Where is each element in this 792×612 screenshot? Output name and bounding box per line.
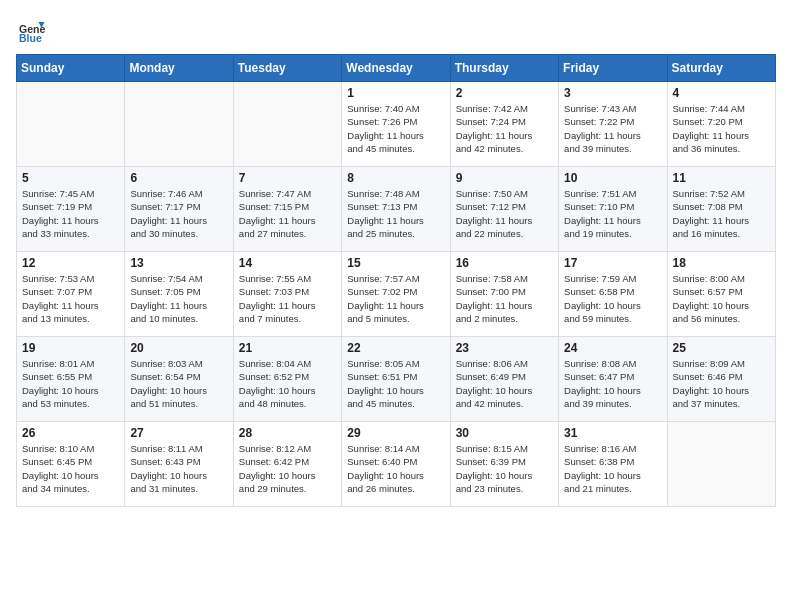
day-detail: Sunrise: 7:40 AM Sunset: 7:26 PM Dayligh… (347, 102, 444, 155)
day-detail: Sunrise: 8:09 AM Sunset: 6:46 PM Dayligh… (673, 357, 770, 410)
calendar-day-cell (125, 82, 233, 167)
day-detail: Sunrise: 8:06 AM Sunset: 6:49 PM Dayligh… (456, 357, 553, 410)
day-detail: Sunrise: 7:52 AM Sunset: 7:08 PM Dayligh… (673, 187, 770, 240)
day-number: 23 (456, 341, 553, 355)
calendar-day-cell: 1Sunrise: 7:40 AM Sunset: 7:26 PM Daylig… (342, 82, 450, 167)
calendar-table: SundayMondayTuesdayWednesdayThursdayFrid… (16, 54, 776, 507)
calendar-day-cell: 30Sunrise: 8:15 AM Sunset: 6:39 PM Dayli… (450, 422, 558, 507)
day-detail: Sunrise: 8:14 AM Sunset: 6:40 PM Dayligh… (347, 442, 444, 495)
day-number: 8 (347, 171, 444, 185)
day-number: 26 (22, 426, 119, 440)
calendar-day-cell: 9Sunrise: 7:50 AM Sunset: 7:12 PM Daylig… (450, 167, 558, 252)
day-detail: Sunrise: 7:57 AM Sunset: 7:02 PM Dayligh… (347, 272, 444, 325)
day-number: 30 (456, 426, 553, 440)
calendar-day-cell: 23Sunrise: 8:06 AM Sunset: 6:49 PM Dayli… (450, 337, 558, 422)
day-number: 10 (564, 171, 661, 185)
day-number: 27 (130, 426, 227, 440)
day-number: 15 (347, 256, 444, 270)
weekday-header-sunday: Sunday (17, 55, 125, 82)
day-detail: Sunrise: 7:51 AM Sunset: 7:10 PM Dayligh… (564, 187, 661, 240)
calendar-day-cell: 4Sunrise: 7:44 AM Sunset: 7:20 PM Daylig… (667, 82, 775, 167)
day-number: 13 (130, 256, 227, 270)
day-detail: Sunrise: 7:58 AM Sunset: 7:00 PM Dayligh… (456, 272, 553, 325)
calendar-day-cell: 21Sunrise: 8:04 AM Sunset: 6:52 PM Dayli… (233, 337, 341, 422)
day-detail: Sunrise: 8:10 AM Sunset: 6:45 PM Dayligh… (22, 442, 119, 495)
day-detail: Sunrise: 7:48 AM Sunset: 7:13 PM Dayligh… (347, 187, 444, 240)
day-detail: Sunrise: 7:47 AM Sunset: 7:15 PM Dayligh… (239, 187, 336, 240)
calendar-day-cell: 22Sunrise: 8:05 AM Sunset: 6:51 PM Dayli… (342, 337, 450, 422)
logo: General Blue (16, 16, 46, 46)
calendar-week-row: 26Sunrise: 8:10 AM Sunset: 6:45 PM Dayli… (17, 422, 776, 507)
day-detail: Sunrise: 7:53 AM Sunset: 7:07 PM Dayligh… (22, 272, 119, 325)
day-detail: Sunrise: 7:44 AM Sunset: 7:20 PM Dayligh… (673, 102, 770, 155)
calendar-day-cell: 11Sunrise: 7:52 AM Sunset: 7:08 PM Dayli… (667, 167, 775, 252)
day-detail: Sunrise: 7:46 AM Sunset: 7:17 PM Dayligh… (130, 187, 227, 240)
day-detail: Sunrise: 8:16 AM Sunset: 6:38 PM Dayligh… (564, 442, 661, 495)
day-detail: Sunrise: 8:11 AM Sunset: 6:43 PM Dayligh… (130, 442, 227, 495)
day-number: 6 (130, 171, 227, 185)
day-detail: Sunrise: 8:15 AM Sunset: 6:39 PM Dayligh… (456, 442, 553, 495)
calendar-day-cell: 12Sunrise: 7:53 AM Sunset: 7:07 PM Dayli… (17, 252, 125, 337)
day-number: 20 (130, 341, 227, 355)
calendar-day-cell: 7Sunrise: 7:47 AM Sunset: 7:15 PM Daylig… (233, 167, 341, 252)
calendar-day-cell: 14Sunrise: 7:55 AM Sunset: 7:03 PM Dayli… (233, 252, 341, 337)
weekday-header-tuesday: Tuesday (233, 55, 341, 82)
weekday-header-friday: Friday (559, 55, 667, 82)
day-number: 21 (239, 341, 336, 355)
day-detail: Sunrise: 7:55 AM Sunset: 7:03 PM Dayligh… (239, 272, 336, 325)
calendar-day-cell: 19Sunrise: 8:01 AM Sunset: 6:55 PM Dayli… (17, 337, 125, 422)
day-number: 14 (239, 256, 336, 270)
day-number: 16 (456, 256, 553, 270)
day-detail: Sunrise: 8:05 AM Sunset: 6:51 PM Dayligh… (347, 357, 444, 410)
calendar-day-cell: 17Sunrise: 7:59 AM Sunset: 6:58 PM Dayli… (559, 252, 667, 337)
calendar-header-row: SundayMondayTuesdayWednesdayThursdayFrid… (17, 55, 776, 82)
calendar-week-row: 1Sunrise: 7:40 AM Sunset: 7:26 PM Daylig… (17, 82, 776, 167)
calendar-week-row: 12Sunrise: 7:53 AM Sunset: 7:07 PM Dayli… (17, 252, 776, 337)
calendar-day-cell: 13Sunrise: 7:54 AM Sunset: 7:05 PM Dayli… (125, 252, 233, 337)
day-number: 25 (673, 341, 770, 355)
calendar-day-cell: 31Sunrise: 8:16 AM Sunset: 6:38 PM Dayli… (559, 422, 667, 507)
day-detail: Sunrise: 8:04 AM Sunset: 6:52 PM Dayligh… (239, 357, 336, 410)
calendar-day-cell: 6Sunrise: 7:46 AM Sunset: 7:17 PM Daylig… (125, 167, 233, 252)
calendar-day-cell: 5Sunrise: 7:45 AM Sunset: 7:19 PM Daylig… (17, 167, 125, 252)
calendar-day-cell (233, 82, 341, 167)
weekday-header-wednesday: Wednesday (342, 55, 450, 82)
weekday-header-thursday: Thursday (450, 55, 558, 82)
day-detail: Sunrise: 7:59 AM Sunset: 6:58 PM Dayligh… (564, 272, 661, 325)
calendar-week-row: 5Sunrise: 7:45 AM Sunset: 7:19 PM Daylig… (17, 167, 776, 252)
day-number: 24 (564, 341, 661, 355)
day-detail: Sunrise: 8:12 AM Sunset: 6:42 PM Dayligh… (239, 442, 336, 495)
calendar-day-cell: 16Sunrise: 7:58 AM Sunset: 7:00 PM Dayli… (450, 252, 558, 337)
day-detail: Sunrise: 8:01 AM Sunset: 6:55 PM Dayligh… (22, 357, 119, 410)
day-detail: Sunrise: 7:42 AM Sunset: 7:24 PM Dayligh… (456, 102, 553, 155)
day-detail: Sunrise: 8:08 AM Sunset: 6:47 PM Dayligh… (564, 357, 661, 410)
day-number: 3 (564, 86, 661, 100)
day-number: 5 (22, 171, 119, 185)
day-number: 1 (347, 86, 444, 100)
day-detail: Sunrise: 7:54 AM Sunset: 7:05 PM Dayligh… (130, 272, 227, 325)
day-number: 18 (673, 256, 770, 270)
day-number: 19 (22, 341, 119, 355)
day-number: 11 (673, 171, 770, 185)
day-number: 31 (564, 426, 661, 440)
day-number: 22 (347, 341, 444, 355)
weekday-header-saturday: Saturday (667, 55, 775, 82)
calendar-day-cell: 26Sunrise: 8:10 AM Sunset: 6:45 PM Dayli… (17, 422, 125, 507)
calendar-day-cell: 10Sunrise: 7:51 AM Sunset: 7:10 PM Dayli… (559, 167, 667, 252)
day-number: 9 (456, 171, 553, 185)
calendar-day-cell: 3Sunrise: 7:43 AM Sunset: 7:22 PM Daylig… (559, 82, 667, 167)
day-number: 2 (456, 86, 553, 100)
day-number: 28 (239, 426, 336, 440)
day-detail: Sunrise: 7:50 AM Sunset: 7:12 PM Dayligh… (456, 187, 553, 240)
day-number: 12 (22, 256, 119, 270)
day-detail: Sunrise: 8:03 AM Sunset: 6:54 PM Dayligh… (130, 357, 227, 410)
calendar-week-row: 19Sunrise: 8:01 AM Sunset: 6:55 PM Dayli… (17, 337, 776, 422)
calendar-day-cell (667, 422, 775, 507)
weekday-header-monday: Monday (125, 55, 233, 82)
svg-text:Blue: Blue (19, 32, 42, 44)
day-number: 17 (564, 256, 661, 270)
calendar-day-cell: 25Sunrise: 8:09 AM Sunset: 6:46 PM Dayli… (667, 337, 775, 422)
calendar-day-cell: 18Sunrise: 8:00 AM Sunset: 6:57 PM Dayli… (667, 252, 775, 337)
day-detail: Sunrise: 7:43 AM Sunset: 7:22 PM Dayligh… (564, 102, 661, 155)
calendar-day-cell: 8Sunrise: 7:48 AM Sunset: 7:13 PM Daylig… (342, 167, 450, 252)
